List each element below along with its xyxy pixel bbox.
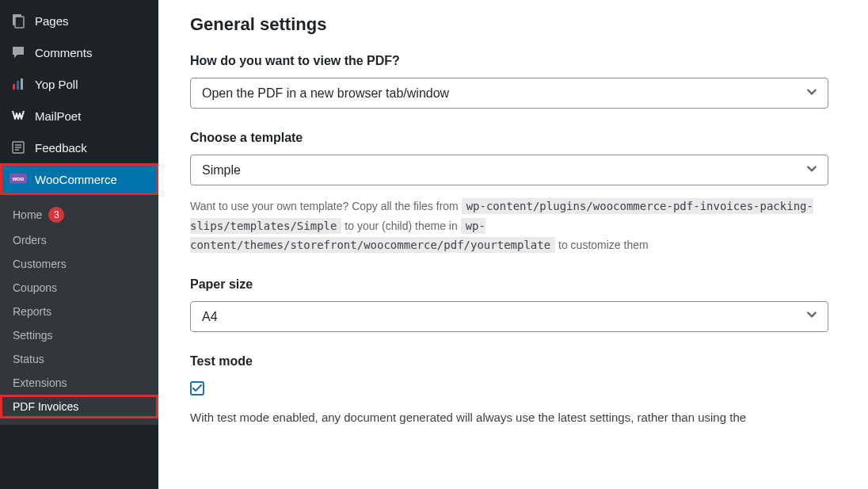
pages-icon <box>10 12 27 29</box>
submenu-item-coupons[interactable]: Coupons <box>0 276 158 300</box>
notification-badge: 3 <box>48 207 64 223</box>
paper-size-select[interactable]: A4 <box>190 301 828 332</box>
main-content: General settings How do you want to view… <box>158 0 868 489</box>
svg-rect-5 <box>21 78 23 90</box>
svg-rect-4 <box>17 81 19 90</box>
sidebar-item-comments[interactable]: Comments <box>0 36 158 68</box>
svg-rect-3 <box>13 84 15 90</box>
svg-rect-1 <box>15 17 24 28</box>
check-icon <box>192 383 203 394</box>
submenu-item-label: Status <box>13 353 44 365</box>
submenu-item-home[interactable]: Home 3 <box>0 201 158 228</box>
submenu-item-label: Coupons <box>13 281 57 294</box>
template-help-text: Want to use your own template? Copy all … <box>190 197 828 255</box>
submenu-item-label: Reports <box>13 305 51 318</box>
sidebar-item-label: Pages <box>35 14 69 28</box>
form-icon <box>10 139 27 156</box>
field-label-paper: Paper size <box>190 277 828 292</box>
help-text-post: to customize them <box>558 239 649 251</box>
template-select[interactable]: Simple <box>190 155 828 185</box>
section-title: General settings <box>190 14 828 35</box>
comment-icon <box>10 44 27 61</box>
sidebar-item-mailpoet[interactable]: MailPoet <box>0 100 158 132</box>
help-text-mid: to your (child) theme in <box>345 220 460 232</box>
woocommerce-icon: woo <box>10 170 27 188</box>
submenu-item-label: Extensions <box>13 376 67 389</box>
submenu-item-label: Home <box>13 208 42 221</box>
sidebar-item-woocommerce[interactable]: woo WooCommerce <box>0 163 158 195</box>
woocommerce-submenu: Home 3 Orders Customers Coupons Reports … <box>0 195 158 425</box>
submenu-item-extensions[interactable]: Extensions <box>0 371 158 395</box>
testmode-checkbox[interactable] <box>190 381 204 395</box>
sidebar-item-label: WooCommerce <box>35 173 117 186</box>
submenu-item-label: Customers <box>13 258 67 270</box>
help-text-pre: Want to use your own template? Copy all … <box>190 200 462 212</box>
admin-sidebar: Pages Comments Yop Poll MailPoet Feedbac… <box>0 0 158 489</box>
paper-select-wrap: A4 <box>190 301 828 332</box>
template-select-wrap: Simple <box>190 155 828 185</box>
sidebar-item-yoppoll[interactable]: Yop Poll <box>0 68 158 100</box>
sidebar-item-label: MailPoet <box>35 109 81 123</box>
sidebar-item-label: Comments <box>35 46 93 59</box>
sidebar-item-feedback[interactable]: Feedback <box>0 132 158 163</box>
sidebar-item-pages[interactable]: Pages <box>0 5 158 36</box>
submenu-item-label: Orders <box>13 234 47 246</box>
submenu-item-pdf-invoices[interactable]: PDF Invoices <box>0 395 158 418</box>
sidebar-item-label: Yop Poll <box>35 78 78 91</box>
field-label-template: Choose a template <box>190 131 828 145</box>
submenu-item-orders[interactable]: Orders <box>0 228 158 252</box>
submenu-item-reports[interactable]: Reports <box>0 300 158 323</box>
testmode-description: With test mode enabled, any document gen… <box>190 408 828 427</box>
view-pdf-select[interactable]: Open the PDF in a new browser tab/window <box>190 78 828 109</box>
submenu-item-settings[interactable]: Settings <box>0 323 158 347</box>
view-pdf-select-wrap: Open the PDF in a new browser tab/window <box>190 78 828 109</box>
submenu-item-customers[interactable]: Customers <box>0 252 158 276</box>
mailpoet-icon <box>10 107 27 124</box>
sidebar-item-label: Feedback <box>35 141 87 155</box>
bar-chart-icon <box>10 75 27 93</box>
svg-text:woo: woo <box>12 175 25 182</box>
submenu-item-status[interactable]: Status <box>0 347 158 371</box>
field-label-view-pdf: How do you want to view the PDF? <box>190 54 828 68</box>
field-label-testmode: Test mode <box>190 354 828 369</box>
submenu-item-label: Settings <box>13 329 53 342</box>
submenu-item-label: PDF Invoices <box>13 400 78 413</box>
